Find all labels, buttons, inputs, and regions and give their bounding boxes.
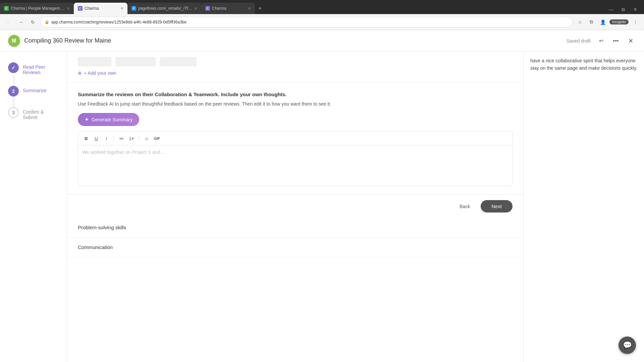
problem-solving-section[interactable]: Problem-solving skills — [67, 218, 523, 238]
step-1-label: Read Peer Reviews — [23, 62, 59, 75]
communication-section[interactable]: Communication — [67, 238, 523, 257]
bold-button[interactable]: B — [82, 134, 90, 142]
gif-button[interactable]: GIF — [153, 134, 161, 142]
sidebar-item-confirm-submit[interactable]: 3 Confirm & Submit — [8, 107, 59, 120]
incognito-badge: Incognito — [609, 19, 629, 24]
right-panel-text: have a nice collaborative spirit that he… — [530, 57, 637, 72]
app-logo: M — [8, 35, 20, 47]
toolbar-sep-1 — [114, 135, 114, 141]
back-nav-button[interactable]: ← — [4, 17, 13, 27]
editor-wrapper: B U I •≡ 1≡ ☺ GIF We worked together on … — [78, 131, 513, 186]
url-text: app.charma.com/coaching/reviews/1253e8dd… — [51, 20, 568, 24]
action-bar: Back Next — [67, 194, 523, 218]
bullet-list-button[interactable]: •≡ — [117, 134, 125, 142]
sidebar-item-summarize[interactable]: 2 Summarize — [8, 86, 59, 97]
step-3-label: Confirm & Submit — [23, 107, 59, 120]
tab-4-close[interactable]: ✕ — [248, 6, 251, 11]
more-options-button[interactable]: ••• — [610, 36, 621, 46]
app-header: M Compiling 360 Review for Maine Saved d… — [0, 30, 644, 52]
back-button[interactable]: Back — [453, 200, 477, 213]
browser-tab-1[interactable]: C Charma | People Management S... ✕ — [0, 3, 74, 14]
step-connector-1 — [13, 75, 14, 86]
summarize-heading: Summarize the reviews on their Collabora… — [78, 91, 513, 98]
profile-button[interactable]: 👤 — [598, 17, 607, 27]
step-3-icon: 3 — [8, 107, 19, 118]
app-title: Compiling 360 Review for Maine — [24, 37, 567, 44]
browser-tabs: C Charma | People Management S... ✕ C Ch… — [0, 0, 644, 14]
tab-2-close[interactable]: ✕ — [120, 6, 123, 11]
toolbar-sep-2 — [139, 135, 139, 141]
saved-draft-label: Saved draft. — [567, 38, 592, 44]
step-connector-2 — [13, 97, 14, 107]
step-2-label: Summarize — [23, 86, 47, 93]
summarize-sub: Use Feedback AI to jump start thoughtful… — [78, 101, 513, 108]
emoji-button[interactable]: ☺ — [143, 134, 151, 142]
generate-summary-label: Generate Summary — [92, 117, 132, 122]
sidebar-item-read-peer-reviews[interactable]: ✓ Read Peer Reviews — [8, 62, 59, 75]
window-close-button[interactable]: ✕ — [631, 5, 640, 14]
tab-3-close[interactable]: ✕ — [194, 6, 197, 11]
main-layout: ✓ Read Peer Reviews 2 Summarize 3 Confir… — [0, 52, 644, 362]
reload-button[interactable]: ↻ — [28, 17, 38, 27]
italic-button[interactable]: I — [102, 134, 110, 142]
forward-nav-button[interactable]: → — [16, 17, 25, 27]
tab-2-title: Charma — [85, 6, 118, 11]
generate-summary-button[interactable]: ✦ Generate Summary — [78, 113, 139, 126]
problem-solving-label: Problem-solving skills — [78, 225, 126, 230]
menu-button[interactable]: ⋮ — [631, 17, 640, 27]
wand-icon: ✦ — [85, 116, 89, 123]
history-button[interactable]: ↩ — [596, 36, 606, 46]
close-button[interactable]: ✕ — [625, 36, 636, 46]
editor-body[interactable]: We worked together on Project X and... — [78, 145, 512, 186]
sidebar: ✓ Read Peer Reviews 2 Summarize 3 Confir… — [0, 52, 67, 362]
summarize-section: Summarize the reviews on their Collabora… — [67, 83, 523, 194]
browser-nav: ← → ↻ 🔒 app.charma.com/coaching/reviews/… — [0, 14, 644, 30]
right-panel: have a nice collaborative spirit that he… — [523, 52, 644, 362]
next-button[interactable]: Next — [481, 200, 513, 213]
browser-chrome: C Charma | People Management S... ✕ C Ch… — [0, 0, 644, 30]
step-2-icon: 2 — [8, 86, 19, 97]
add-your-own-section: ⊕ + Add your own — [67, 52, 523, 83]
add-icon: ⊕ — [78, 70, 82, 76]
editor-toolbar: B U I •≡ 1≡ ☺ GIF — [78, 132, 512, 145]
add-your-own-label: + Add your own — [84, 70, 116, 76]
extensions-button[interactable]: ⧉ — [587, 17, 596, 27]
underline-button[interactable]: U — [92, 134, 100, 142]
new-tab-button[interactable]: + — [255, 3, 265, 14]
chat-button[interactable]: 💬 — [619, 337, 636, 354]
content-area: ⊕ + Add your own Summarize the reviews o… — [67, 52, 523, 362]
editor-placeholder: We worked together on Project X and... — [82, 149, 164, 155]
add-your-own-button[interactable]: ⊕ + Add your own — [78, 70, 513, 76]
chat-icon: 💬 — [623, 341, 632, 350]
bookmark-button[interactable]: ☆ — [575, 17, 585, 27]
tab-4-title: Charma — [212, 6, 246, 11]
url-bar[interactable]: 🔒 app.charma.com/coaching/reviews/1253e8… — [40, 17, 573, 27]
step-1-icon: ✓ — [8, 62, 19, 73]
tab-1-title: Charma | People Management S... — [11, 6, 65, 11]
header-actions: Saved draft. ↩ ••• ✕ — [567, 36, 636, 46]
tab-1-close[interactable]: ✕ — [67, 6, 70, 11]
browser-tab-2[interactable]: C Charma ✕ — [74, 3, 127, 14]
lock-icon: 🔒 — [45, 20, 49, 24]
app-container: M Compiling 360 Review for Maine Saved d… — [0, 30, 644, 362]
restore-button[interactable]: ⧉ — [619, 5, 628, 14]
communication-label: Communication — [78, 244, 113, 250]
minimize-button[interactable]: — — [606, 5, 616, 14]
browser-tab-4[interactable]: C Charma ✕ — [201, 3, 255, 14]
ordered-list-button[interactable]: 1≡ — [127, 134, 136, 142]
tab-3-title: pageflows.com/_emails/_/7fb5... — [138, 6, 192, 11]
browser-tab-3[interactable]: P pageflows.com/_emails/_/7fb5... ✕ — [127, 3, 201, 14]
nav-extras: ☆ ⧉ 👤 Incognito ⋮ — [575, 17, 640, 27]
